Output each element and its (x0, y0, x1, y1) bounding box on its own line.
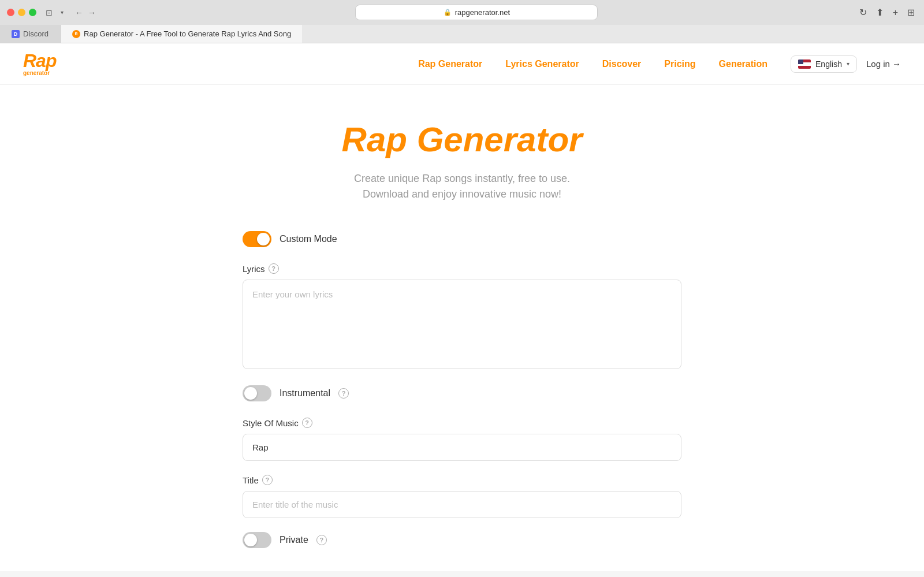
instrumental-row: Instrumental ? (243, 385, 681, 401)
instrumental-toggle[interactable] (243, 385, 271, 401)
subtitle-line1: Create unique Rap songs instantly, free … (354, 173, 570, 184)
private-label: Private (280, 535, 308, 545)
title-field-group: Title ? (243, 475, 681, 518)
custom-mode-row: Custom Mode (243, 231, 681, 247)
style-label: Style Of Music ? (243, 418, 681, 428)
nav-link-generation[interactable]: Generation (719, 59, 767, 69)
lock-icon: 🔒 (444, 9, 452, 16)
discord-favicon: D (12, 30, 20, 38)
page-subtitle: Create unique Rap songs instantly, free … (243, 171, 681, 202)
site-nav-links: Rap Generator Lyrics Generator Discover … (418, 59, 767, 69)
flag-icon (798, 59, 811, 69)
private-toggle[interactable] (243, 532, 271, 548)
style-help-icon[interactable]: ? (302, 418, 312, 428)
private-row: Private ? (243, 532, 681, 548)
forward-button[interactable]: → (87, 8, 96, 17)
toggle-knob (244, 534, 257, 546)
site-nav: Rap Generator Rap Generator Lyrics Gener… (0, 43, 924, 85)
nav-link-rap-generator[interactable]: Rap Generator (418, 59, 482, 69)
browser-tabs: D Discord R Rap Generator - A Free Tool … (0, 25, 924, 43)
login-button[interactable]: Log in → (866, 59, 901, 69)
toggle-knob (257, 233, 270, 245)
lyrics-field-group: Lyrics ? (243, 263, 681, 371)
subtitle-line2: Download and enjoy innovative music now! (363, 188, 561, 200)
nav-right: English ▾ Log in → (791, 55, 901, 73)
maximize-button[interactable] (29, 9, 36, 16)
url-text: rapgenerator.net (455, 8, 510, 17)
traffic-lights (7, 9, 36, 16)
toggle-knob (244, 387, 257, 400)
share-button[interactable]: ⬆ (874, 6, 886, 19)
chevron-down-icon[interactable]: ▾ (57, 8, 66, 17)
title-input[interactable] (243, 491, 681, 518)
tab-rap-generator[interactable]: R Rap Generator - A Free Tool to Generat… (61, 25, 303, 43)
nav-link-lyrics-generator[interactable]: Lyrics Generator (505, 59, 579, 69)
website: Rap Generator Rap Generator Lyrics Gener… (0, 43, 924, 571)
instrumental-label: Instrumental (280, 388, 330, 399)
lyrics-label: Lyrics ? (243, 263, 681, 274)
refresh-button[interactable]: ↻ (857, 6, 869, 19)
nav-link-pricing[interactable]: Pricing (664, 59, 695, 69)
browser-titlebar: ⊡ ▾ ← → 🔒 rapgenerator.net ↻ ⬆ + ⊞ (0, 0, 924, 25)
nav-link-discover[interactable]: Discover (602, 59, 642, 69)
browser-actions: ↻ ⬆ + ⊞ (857, 6, 917, 19)
window-controls: ⊡ ▾ (44, 8, 66, 17)
login-label: Log in → (866, 59, 901, 69)
lyrics-help-icon[interactable]: ? (269, 263, 279, 274)
form-section: Custom Mode Lyrics ? Instrumental ? (243, 231, 681, 548)
back-button[interactable]: ← (74, 8, 84, 17)
logo-sub: Generator (23, 70, 50, 76)
minimize-button[interactable] (18, 9, 25, 16)
language-selector[interactable]: English ▾ (791, 55, 857, 73)
instrumental-help-icon[interactable]: ? (338, 388, 349, 399)
title-label: Title ? (243, 475, 681, 485)
sidebar-toggle-button[interactable]: ⊡ (44, 8, 54, 17)
custom-mode-label: Custom Mode (280, 234, 337, 244)
extensions-button[interactable]: ⊞ (905, 6, 917, 19)
private-help-icon[interactable]: ? (316, 535, 327, 545)
site-logo: Rap Generator (23, 51, 56, 76)
rap-favicon: R (72, 30, 80, 38)
browser-chrome: ⊡ ▾ ← → 🔒 rapgenerator.net ↻ ⬆ + ⊞ D Dis… (0, 0, 924, 43)
style-field-group: Style Of Music ? (243, 418, 681, 461)
language-label: English (815, 59, 842, 69)
page-title: Rap Generator (243, 120, 681, 159)
address-bar[interactable]: 🔒 rapgenerator.net (355, 5, 598, 20)
tab-discord[interactable]: D Discord (0, 25, 61, 43)
lyrics-textarea[interactable] (243, 280, 681, 369)
main-content: Rap Generator Create unique Rap songs in… (231, 85, 693, 571)
title-help-icon[interactable]: ? (262, 475, 273, 485)
style-input[interactable] (243, 434, 681, 461)
tab-discord-label: Discord (23, 29, 49, 38)
tab-rap-label: Rap Generator - A Free Tool to Generate … (84, 29, 291, 38)
nav-controls: ← → (74, 8, 96, 17)
logo-main: Rap (23, 51, 56, 70)
new-tab-button[interactable]: + (891, 6, 900, 19)
close-button[interactable] (7, 9, 14, 16)
custom-mode-toggle[interactable] (243, 231, 271, 247)
address-bar-container: 🔒 rapgenerator.net (102, 5, 851, 20)
chevron-down-icon: ▾ (847, 61, 850, 67)
